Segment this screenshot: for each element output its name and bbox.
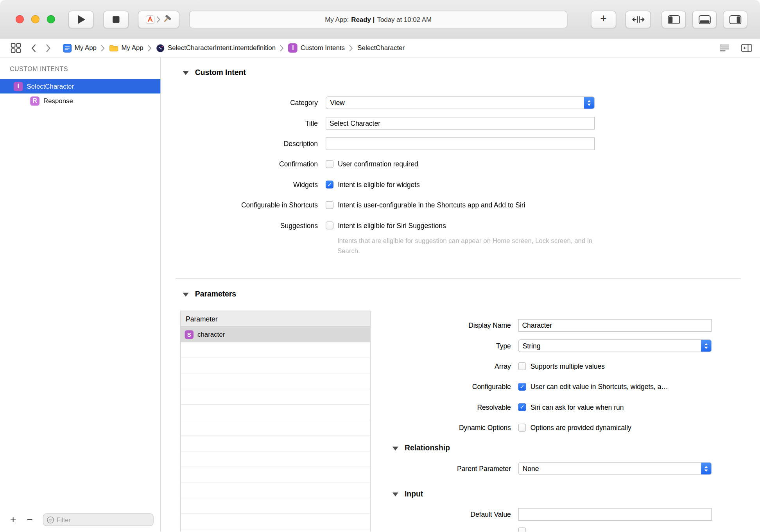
breadcrumb-label: My App	[75, 44, 97, 52]
breadcrumb-label: SelectCharacterIntent.intentdefinition	[168, 44, 276, 52]
filter-icon	[47, 516, 54, 523]
category-popup[interactable]: View	[326, 96, 595, 109]
type-popup[interactable]: String	[518, 339, 712, 352]
configurable-in-shortcuts-row: Configurable in Shortcuts Intent is user…	[161, 195, 760, 215]
minimize-window-button[interactable]	[31, 15, 39, 23]
toggle-debug-area-button[interactable]	[692, 11, 717, 28]
shortcuts-configurable-checkbox[interactable]	[326, 201, 333, 209]
checkbox-caption[interactable]: User can edit value in Shortcuts, widget…	[531, 383, 668, 391]
play-icon	[78, 15, 86, 24]
display-name-input[interactable]	[518, 319, 712, 332]
parameter-row-empty	[181, 389, 370, 405]
checkbox-caption[interactable]: Siri can ask for value when run	[531, 403, 624, 411]
checkbox-caption[interactable]: Supports multiple values	[531, 362, 605, 370]
filter-field[interactable]	[43, 513, 154, 526]
disclosure-triangle-icon[interactable]	[183, 71, 189, 75]
field-label: Parent Parameter	[390, 465, 511, 473]
popup-value: String	[523, 342, 541, 350]
sidebar-item-selectcharacter[interactable]: I SelectCharacter	[0, 79, 160, 93]
field-label: Confirmation	[161, 160, 318, 168]
popup-stepper-icon	[701, 340, 711, 352]
status-state: Ready |	[351, 16, 375, 23]
dynamic-options-checkbox[interactable]	[518, 424, 526, 432]
parameter-row-character[interactable]: S character	[181, 327, 370, 343]
checkbox-caption[interactable]: Intent is user-configurable in the Short…	[338, 201, 525, 209]
sidebar-item-response[interactable]: R Response	[0, 93, 160, 108]
toggle-navigator-button[interactable]	[661, 11, 686, 28]
custom-intent-form: Category View Title Description	[161, 93, 760, 256]
type-row: Type String	[390, 336, 722, 356]
disclosure-triangle-icon[interactable]	[393, 493, 398, 496]
parameters-table-header: Parameter	[181, 311, 370, 327]
forward-button[interactable]	[45, 44, 51, 52]
checkbox-caption[interactable]: Intent is eligible for Siri Suggestions	[338, 221, 446, 229]
sidebar-footer: + −	[0, 507, 160, 532]
parameters-section-header: Parameters	[183, 290, 236, 298]
array-checkbox[interactable]	[518, 362, 526, 370]
parameter-row-empty	[181, 420, 370, 436]
checkbox-caption[interactable]: User confirmation required	[338, 160, 418, 168]
sidebar-item-label: SelectCharacter	[27, 82, 74, 90]
related-items-icon[interactable]	[11, 43, 21, 53]
status-app-name: My App:	[325, 16, 349, 23]
remove-intent-button[interactable]: −	[23, 514, 36, 526]
back-button[interactable]	[31, 44, 37, 52]
input-section-header: Input	[390, 484, 722, 504]
confirmation-row: Confirmation User confirmation required	[161, 154, 760, 174]
add-intent-button[interactable]: +	[7, 514, 19, 526]
parameter-row-empty	[181, 436, 370, 452]
suggestions-help-text: Intents that are eligible for suggestion…	[337, 236, 603, 256]
fullscreen-window-button[interactable]	[47, 15, 55, 23]
breadcrumb-item-custom-intents[interactable]: I Custom Intents	[289, 43, 345, 53]
stop-button[interactable]	[103, 11, 129, 28]
parent-parameter-popup[interactable]: None	[518, 462, 712, 475]
dynamic-options-row: Dynamic Options Options are provided dyn…	[390, 418, 722, 438]
suggestions-checkbox[interactable]	[326, 221, 333, 229]
field-label: Resolvable	[390, 403, 511, 411]
popup-value: None	[523, 465, 539, 473]
breadcrumb-item-project[interactable]: My App	[63, 44, 97, 52]
code-review-button[interactable]	[626, 11, 651, 28]
popup-value: View	[330, 99, 345, 107]
breadcrumb-label: My App	[122, 44, 143, 52]
panel-right-icon	[729, 15, 741, 24]
field-label: Widgets	[161, 181, 318, 189]
confirmation-checkbox[interactable]	[326, 160, 333, 168]
breadcrumb-item-group[interactable]: My App	[109, 44, 143, 52]
toggle-inspector-button[interactable]	[723, 11, 747, 28]
library-button[interactable]: +	[591, 11, 616, 28]
status-time: Today at 10:02 AM	[377, 16, 432, 23]
filter-input[interactable]	[57, 516, 153, 523]
configurable-checkbox[interactable]	[518, 383, 526, 391]
widgets-checkbox[interactable]	[326, 181, 333, 189]
run-button[interactable]	[68, 11, 94, 28]
breadcrumb-item-intentdefinition-file[interactable]: SelectCharacterIntent.intentdefinition	[156, 44, 276, 52]
checkbox-caption[interactable]: Options are provided dynamically	[531, 424, 631, 432]
disclosure-triangle-icon[interactable]	[393, 446, 398, 450]
field-label: Title	[161, 120, 318, 127]
title-input[interactable]	[326, 117, 595, 129]
description-input[interactable]	[326, 137, 595, 150]
stop-icon	[113, 16, 119, 23]
default-value-input[interactable]	[518, 508, 712, 521]
close-window-button[interactable]	[16, 15, 24, 23]
custom-intents-sidebar: CUSTOM INTENTS I SelectCharacter R Respo…	[0, 57, 161, 532]
parameters-table[interactable]: Parameter S character	[180, 311, 370, 532]
section-title: Custom Intent	[195, 68, 246, 77]
disclosure-triangle-icon[interactable]	[183, 293, 189, 296]
parameter-row-empty	[181, 498, 370, 514]
resolvable-checkbox[interactable]	[518, 403, 526, 411]
widgets-row: Widgets Intent is eligible for widgets	[161, 174, 760, 195]
panel-left-icon	[668, 15, 680, 24]
add-editor-button[interactable]	[741, 44, 752, 52]
breadcrumb-item-selectcharacter[interactable]: SelectCharacter	[357, 44, 405, 52]
parameter-name: character	[197, 331, 225, 338]
editor-options-icon[interactable]	[719, 44, 729, 52]
scheme-selector-button[interactable]	[138, 11, 179, 28]
plus-icon: +	[600, 13, 607, 26]
activity-status-display: My App: Ready | Today at 10:02 AM	[189, 11, 568, 28]
checkbox-caption[interactable]: Intent is eligible for widgets	[338, 181, 420, 189]
field-label: Display Name	[390, 321, 511, 329]
clipped-row	[390, 525, 722, 532]
clipped-checkbox[interactable]	[518, 527, 526, 532]
